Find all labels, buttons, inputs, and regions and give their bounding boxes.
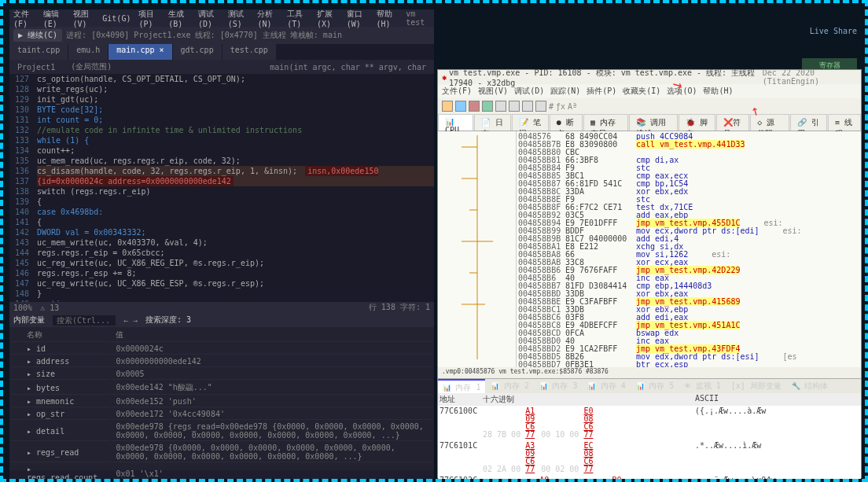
memory-dump[interactable]: 📊 内存 1 📊 内存 2 📊 内存 3 📊 内存 4 📊 内存 5 👁 监视 … — [438, 378, 861, 480]
memtab-5[interactable]: 📊 内存 5 — [631, 379, 679, 393]
tab-taint[interactable]: taint.cpp — [9, 44, 68, 60]
x32dbg-window: ✱ vm test.vmp.exe - PID: 16108 - 模块: vm … — [437, 69, 862, 478]
line-gutter: 1271281291301311321331341351361371381391… — [9, 74, 33, 302]
tab-notes[interactable]: 📝 笔记 — [512, 114, 549, 131]
menu-build[interactable]: 生成(B) — [168, 9, 190, 28]
tab-memlayout[interactable]: ▦ 内存布局 — [583, 114, 628, 131]
menu-window[interactable]: 窗口(W) — [347, 9, 369, 28]
bug-icon: ✱ — [442, 73, 447, 82]
menu-ext[interactable]: 扩展(X) — [317, 9, 339, 28]
ctx-scope[interactable]: (全局范围) — [71, 61, 112, 72]
dbg-menu-file[interactable]: 文件(F) — [442, 86, 472, 97]
tab-threads[interactable]: ≡ 线程 — [828, 114, 861, 131]
source-text[interactable]: cs_option(handle, CS_OPT_DETAIL, CS_OPT_… — [33, 74, 434, 302]
pause-icon[interactable] — [495, 101, 506, 112]
memtab-1[interactable]: 📊 内存 1 — [438, 379, 485, 393]
tab-symbols[interactable]: ❌符号 — [716, 114, 749, 131]
menu-edit[interactable]: 编辑(E) — [43, 9, 65, 28]
disassembly-view[interactable]: 0048576004858B7B004858B80004858B81004858… — [438, 131, 861, 367]
step-into-icon[interactable] — [509, 101, 520, 112]
restart-icon[interactable] — [455, 101, 466, 112]
control-flow-graph — [438, 131, 517, 367]
tab-main[interactable]: main.cpp × — [108, 44, 171, 60]
locals-panel: 内部变量 ← → 搜索深度: 3 名称值 ▸ id0x0000024c▸ add… — [9, 313, 434, 470]
dbg-menu-trace[interactable]: 跟踪(N) — [550, 86, 580, 97]
editor-tabs: taint.cpp emu.h main.cpp × gdt.cpp test.… — [9, 44, 434, 60]
dbg-tabs: 📊 CPU 📄 日志 📝 笔记 ● 断点 ▦ 内存布局 📚 调用堆栈 🐞 脚本 … — [438, 114, 861, 131]
dbg-menu-fav[interactable]: 收藏夹(I) — [623, 86, 660, 97]
memtab-2[interactable]: 📊 内存 2 — [486, 379, 533, 393]
memtab-3[interactable]: 📊 内存 3 — [535, 379, 582, 393]
code-editor[interactable]: 1271281291301311321331341351361371381391… — [9, 74, 434, 302]
status-strip: 100%⚠ 13行 138 字符: 1 — [9, 302, 434, 313]
memtab-4[interactable]: 📊 内存 4 — [583, 379, 630, 393]
dbg-menu-debug[interactable]: 调试(D) — [514, 86, 544, 97]
step-out-icon[interactable] — [535, 101, 546, 112]
step-over-icon[interactable] — [522, 101, 533, 112]
locals-title: 内部变量 — [13, 315, 45, 326]
menu-analyze[interactable]: 分析(N) — [257, 9, 279, 28]
tab-log[interactable]: 📄 日志 — [474, 114, 511, 131]
visual-studio-window: 文件(F) 编辑(E) 视图(V) Git(G) 项目(P) 生成(B) 调试(… — [9, 9, 434, 479]
memtab-watch[interactable]: 👁 监视 1 — [679, 379, 725, 393]
address-column: 0048576004858B7B004858B80004858B81004858… — [517, 131, 564, 367]
process-label: 进程: [0x4090] Project1.exe — [66, 30, 190, 41]
menu-file[interactable]: 文件(F) — [13, 9, 35, 28]
mem-info: .vmp0:00485876 vm test.vmp.exe:$85876 #8… — [438, 367, 861, 378]
dbg-toolbar: # ƒx Aª — [438, 98, 861, 114]
menu-test[interactable]: 测试(S) — [228, 9, 250, 28]
hex-view[interactable]: 77C6100C28 7B 00 A1 09 C6 77 00 10 00 E0… — [438, 406, 861, 482]
search-depth: 搜索深度: 3 — [145, 315, 191, 326]
run-icon[interactable] — [482, 101, 493, 112]
dbg-menu-help[interactable]: 帮助(H) — [703, 86, 733, 97]
app-title: vm test — [406, 9, 430, 27]
dbg-menu-plugin[interactable]: 插件(P) — [587, 86, 616, 97]
locals-search[interactable] — [53, 315, 116, 326]
thread-label: 线程: [0x4770] 主线程 — [195, 30, 286, 41]
tab-test[interactable]: test.cpp — [223, 44, 276, 60]
vs-toolbar: ▶ 继续(C) 进程: [0x4090] Project1.exe 线程: [0… — [9, 27, 434, 44]
live-share[interactable]: Live Share — [810, 27, 857, 35]
dbg-titlebar: ✱ vm test.vmp.exe - PID: 16108 - 模块: vm … — [438, 70, 861, 84]
continue-button[interactable]: ▶ 继续(C) — [13, 29, 62, 42]
locals-table[interactable]: 名称值 ▸ id0x0000024c▸ address0x0000000000e… — [9, 327, 434, 482]
menu-help[interactable]: 帮助(H) — [377, 9, 399, 28]
tab-refs[interactable]: 🔗 引用 — [790, 114, 827, 131]
ctx-project[interactable]: Project1 — [17, 63, 55, 72]
tab-callstack[interactable]: 📚 调用堆栈 — [629, 114, 678, 131]
menu-git[interactable]: Git(G) — [102, 14, 131, 23]
context-bar: Project1 (全局范围) main(int argc, char ** a… — [9, 60, 434, 74]
tab-breakpoints[interactable]: ● 断点 — [550, 114, 583, 131]
menu-tools[interactable]: 工具(T) — [287, 9, 309, 28]
dbg-menubar: 文件(F) 视图(V) 调试(D) 跟踪(N) 插件(P) 收藏夹(I) 选项(… — [438, 84, 861, 98]
stackframe-label: 堆栈帧: main — [290, 30, 342, 41]
stop-icon[interactable] — [469, 101, 480, 112]
dbg-menu-view[interactable]: 视图(V) — [478, 86, 508, 97]
folder-icon[interactable] — [442, 101, 453, 112]
ctx-func[interactable]: main(int argc, char ** argv, char — [270, 63, 426, 72]
menu-debug[interactable]: 调试(D) — [198, 9, 220, 28]
mem-tabs: 📊 内存 1 📊 内存 2 📊 内存 3 📊 内存 4 📊 内存 5 👁 监视 … — [438, 379, 861, 393]
tab-gdt[interactable]: gdt.cpp — [173, 44, 222, 60]
tab-script[interactable]: 🐞 脚本 — [679, 114, 715, 131]
instruction-column[interactable]: 68 8490CC04push 4CC9084E8 83090800call v… — [564, 131, 861, 367]
vs-menubar: 文件(F) 编辑(E) 视图(V) Git(G) 项目(P) 生成(B) 调试(… — [9, 9, 434, 27]
menu-project[interactable]: 项目(P) — [138, 9, 160, 28]
memtab-struct[interactable]: 🔧 结构体 — [787, 379, 833, 393]
tab-cpu[interactable]: 📊 CPU — [438, 114, 473, 131]
menu-view[interactable]: 视图(V) — [73, 9, 95, 28]
memtab-locals[interactable]: [x] 局部变量 — [726, 379, 786, 393]
tab-emu[interactable]: emu.h — [68, 44, 108, 60]
